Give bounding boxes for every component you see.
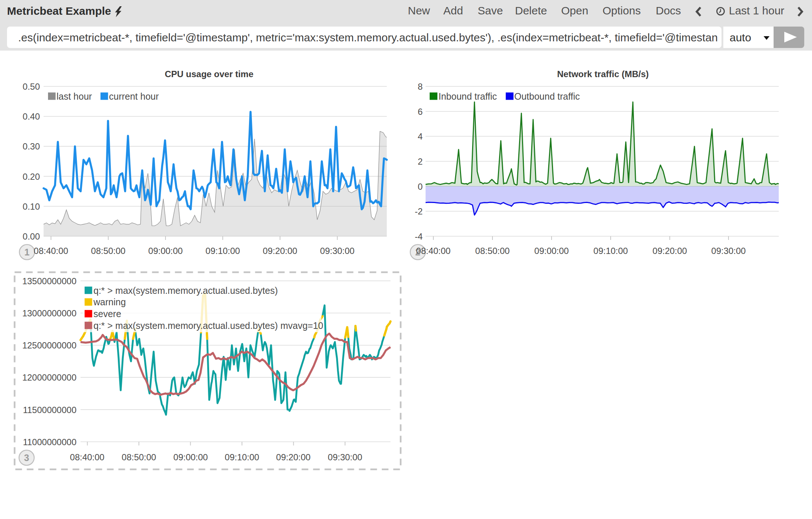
svg-text:current hour: current hour bbox=[109, 91, 159, 102]
svg-text:warning: warning bbox=[93, 297, 126, 307]
svg-text:11000000000: 11000000000 bbox=[23, 437, 76, 447]
svg-text:08:40:00: 08:40:00 bbox=[70, 452, 104, 462]
svg-text:Inbound traffic: Inbound traffic bbox=[439, 91, 497, 102]
svg-text:13500000000: 13500000000 bbox=[22, 276, 76, 286]
svg-text:0.00: 0.00 bbox=[23, 231, 40, 241]
svg-text:09:30:00: 09:30:00 bbox=[328, 452, 362, 462]
svg-text:-2: -2 bbox=[415, 206, 423, 216]
svg-text:CPU usage over time: CPU usage over time bbox=[165, 69, 253, 79]
svg-text:Network traffic (MB/s): Network traffic (MB/s) bbox=[557, 69, 649, 79]
svg-text:09:00:00: 09:00:00 bbox=[148, 246, 182, 256]
svg-text:last hour: last hour bbox=[57, 91, 92, 102]
svg-text:08:40:00: 08:40:00 bbox=[34, 246, 68, 256]
svg-text:09:00:00: 09:00:00 bbox=[534, 246, 569, 256]
svg-text:09:20:00: 09:20:00 bbox=[263, 246, 297, 256]
svg-text:12000000000: 12000000000 bbox=[22, 372, 76, 382]
svg-text:0.10: 0.10 bbox=[23, 202, 40, 212]
svg-text:Outbound traffic: Outbound traffic bbox=[514, 91, 580, 102]
svg-text:6: 6 bbox=[418, 107, 423, 117]
svg-text:09:30:00: 09:30:00 bbox=[320, 246, 354, 256]
svg-text:q:* > max(system.memory.actual: q:* > max(system.memory.actual.used.byte… bbox=[93, 285, 278, 296]
svg-text:08:50:00: 08:50:00 bbox=[91, 246, 125, 256]
svg-text:0.50: 0.50 bbox=[23, 82, 40, 92]
svg-text:0.40: 0.40 bbox=[23, 111, 40, 121]
svg-text:09:20:00: 09:20:00 bbox=[276, 452, 310, 462]
svg-text:q:* > max(system.memory.actual: q:* > max(system.memory.actual.used.byte… bbox=[93, 320, 323, 331]
svg-text:2: 2 bbox=[418, 157, 423, 166]
svg-text:4: 4 bbox=[418, 131, 423, 141]
svg-text:08:40:00: 08:40:00 bbox=[416, 246, 450, 256]
svg-text:08:50:00: 08:50:00 bbox=[122, 452, 156, 462]
svg-text:0.20: 0.20 bbox=[23, 172, 40, 182]
svg-text:09:10:00: 09:10:00 bbox=[593, 246, 628, 256]
svg-text:09:00:00: 09:00:00 bbox=[173, 452, 208, 462]
svg-text:09:10:00: 09:10:00 bbox=[205, 246, 240, 256]
svg-text:-4: -4 bbox=[415, 231, 423, 241]
svg-text:12500000000: 12500000000 bbox=[22, 340, 76, 350]
svg-text:severe: severe bbox=[93, 309, 121, 319]
svg-text:09:30:00: 09:30:00 bbox=[711, 246, 746, 256]
svg-text:0: 0 bbox=[418, 182, 423, 192]
svg-text:08:50:00: 08:50:00 bbox=[475, 246, 509, 256]
svg-text:8: 8 bbox=[418, 82, 423, 92]
svg-text:11500000000: 11500000000 bbox=[23, 405, 76, 415]
svg-text:3: 3 bbox=[24, 453, 29, 463]
svg-text:0.30: 0.30 bbox=[23, 141, 40, 151]
svg-text:09:20:00: 09:20:00 bbox=[652, 246, 687, 256]
svg-text:13000000000: 13000000000 bbox=[22, 308, 76, 318]
svg-text:09:10:00: 09:10:00 bbox=[225, 452, 259, 462]
svg-text:1: 1 bbox=[24, 247, 30, 257]
